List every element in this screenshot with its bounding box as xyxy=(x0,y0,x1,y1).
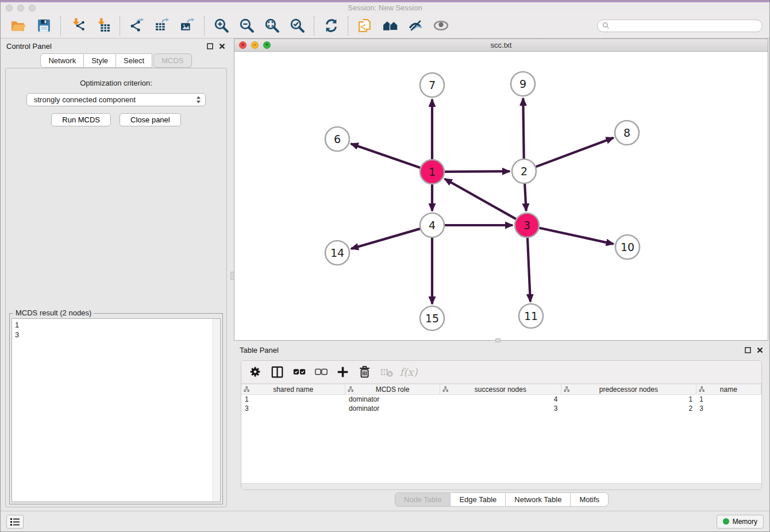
export-network-button[interactable] xyxy=(126,16,148,36)
table-cell[interactable]: 1 xyxy=(696,395,761,404)
tab-node-table[interactable]: Node Table xyxy=(395,492,451,507)
export-table-button[interactable] xyxy=(151,16,173,36)
memory-button[interactable]: Memory xyxy=(717,515,764,529)
tab-motifs[interactable]: Motifs xyxy=(571,492,609,507)
control-panel-title: Control Panel xyxy=(6,42,52,51)
control-panel-header: Control Panel xyxy=(1,38,232,53)
toolbar-group xyxy=(354,16,452,36)
zoom-in-button[interactable] xyxy=(210,16,232,36)
column-header-predecessor-nodes[interactable]: predecessor nodes xyxy=(561,384,696,395)
graph-node-15[interactable]: 15 xyxy=(420,306,444,330)
show-graphics-details-button[interactable] xyxy=(405,16,426,36)
tab-select[interactable]: Select xyxy=(116,53,152,68)
table-cell[interactable]: 3 xyxy=(241,404,345,413)
delete-row-button[interactable] xyxy=(355,363,375,381)
close-table-panel-icon[interactable] xyxy=(756,346,764,354)
run-mcds-button[interactable]: Run MCDS xyxy=(51,113,111,126)
horizontal-splitter-handle[interactable] xyxy=(495,338,500,342)
graph-node-10[interactable]: 10 xyxy=(615,235,640,259)
table-row[interactable]: 3dominator323 xyxy=(241,404,761,413)
column-header-MCDS-role[interactable]: MCDS role xyxy=(345,384,440,395)
table-cell[interactable]: dominator xyxy=(345,395,440,404)
task-history-button[interactable] xyxy=(6,515,24,529)
close-panel-button[interactable]: Close panel xyxy=(120,113,181,126)
graph-node-1[interactable]: 1 xyxy=(420,160,444,184)
search-box xyxy=(597,20,763,32)
float-panel-icon[interactable] xyxy=(206,43,214,50)
tab-mcds[interactable]: MCDS xyxy=(153,53,191,68)
table-cell[interactable]: 2 xyxy=(561,404,696,413)
add-row-button[interactable] xyxy=(333,363,353,381)
open-file-button[interactable] xyxy=(7,16,29,36)
duplicate-network-button[interactable] xyxy=(354,16,376,36)
network-titlebar: × − + scc.txt xyxy=(234,39,768,52)
node-label: 15 xyxy=(425,312,439,325)
refresh-button[interactable] xyxy=(320,16,342,36)
edge-3-1[interactable] xyxy=(445,179,517,219)
search-icon xyxy=(602,22,610,29)
mcds-result-text[interactable]: 1 3 xyxy=(12,319,213,502)
edge-2-3[interactable] xyxy=(525,183,526,211)
edge-3-10[interactable] xyxy=(539,228,614,244)
graph-node-2[interactable]: 2 xyxy=(512,159,536,183)
table-row[interactable]: 1dominator411 xyxy=(241,395,761,404)
tab-edge-table[interactable]: Edge Table xyxy=(451,492,506,507)
table-cell[interactable]: 1 xyxy=(561,395,696,404)
zoom-fit-button[interactable] xyxy=(261,16,283,36)
zoom-selected-button[interactable] xyxy=(286,16,308,36)
refresh-icon xyxy=(324,18,339,33)
chevron-updown-icon xyxy=(195,95,202,104)
edge-1-6[interactable] xyxy=(351,144,421,168)
column-header-successor-nodes[interactable]: successor nodes xyxy=(440,384,561,395)
zoom-fit-icon xyxy=(264,18,280,33)
table-cell[interactable]: 1 xyxy=(241,395,345,404)
graph-node-9[interactable]: 9 xyxy=(511,72,535,96)
network-canvas[interactable]: 7968124314101511 xyxy=(234,52,768,340)
column-header-name[interactable]: name xyxy=(696,384,761,395)
split-view-icon xyxy=(271,365,284,379)
deselect-all-button[interactable] xyxy=(311,363,331,381)
deselect-all-icon xyxy=(314,365,328,379)
search-input[interactable] xyxy=(613,22,757,30)
criterion-select[interactable]: strongly connected component xyxy=(26,93,206,106)
edge-2-8[interactable] xyxy=(536,138,614,167)
import-table-button[interactable] xyxy=(92,16,114,36)
select-all-button[interactable] xyxy=(290,363,309,381)
result-scrollbar[interactable] xyxy=(213,319,220,502)
import-network-button[interactable] xyxy=(67,16,88,36)
node-table-container: f(x) shared nameMCDS rolesuccessor nodes… xyxy=(241,360,762,490)
split-view-button[interactable] xyxy=(268,363,287,381)
tab-network[interactable]: Network xyxy=(40,53,84,68)
edge-2-9[interactable] xyxy=(523,98,523,159)
settings-button[interactable] xyxy=(246,363,265,381)
table-cell[interactable]: dominator xyxy=(345,404,440,413)
table-hscrollbar[interactable] xyxy=(241,483,761,489)
tab-network-table[interactable]: Network Table xyxy=(506,492,571,507)
table-cell[interactable]: 4 xyxy=(440,395,561,404)
edge-3-11[interactable] xyxy=(528,237,530,302)
graph-node-8[interactable]: 8 xyxy=(615,121,639,145)
table-cell[interactable]: 3 xyxy=(696,404,761,413)
toolbar-separator xyxy=(204,16,205,36)
graph-node-14[interactable]: 14 xyxy=(325,241,349,265)
close-panel-icon[interactable] xyxy=(218,43,226,50)
zoom-out-button[interactable] xyxy=(236,16,257,36)
column-header-shared-name[interactable]: shared name xyxy=(241,384,345,395)
graph-node-7[interactable]: 7 xyxy=(420,73,444,97)
table-panel: Table Panel f(x) shared nameMCDS rolesuc… xyxy=(234,342,769,511)
export-image-button[interactable] xyxy=(176,16,198,36)
float-table-panel-icon[interactable] xyxy=(744,346,752,354)
eye-button[interactable] xyxy=(430,16,452,36)
tab-style[interactable]: Style xyxy=(84,53,116,68)
graph-node-11[interactable]: 11 xyxy=(519,304,543,328)
graph-node-3[interactable]: 3 xyxy=(515,213,539,237)
edge-1-2[interactable] xyxy=(444,171,510,172)
edge-4-14[interactable] xyxy=(351,229,421,249)
graph-node-6[interactable]: 6 xyxy=(325,127,349,151)
memory-status-dot xyxy=(723,518,729,525)
home-button[interactable] xyxy=(379,16,401,36)
main-toolbar xyxy=(1,13,769,38)
save-session-button[interactable] xyxy=(33,16,55,36)
table-cell[interactable]: 3 xyxy=(440,404,561,413)
graph-node-4[interactable]: 4 xyxy=(420,213,444,237)
